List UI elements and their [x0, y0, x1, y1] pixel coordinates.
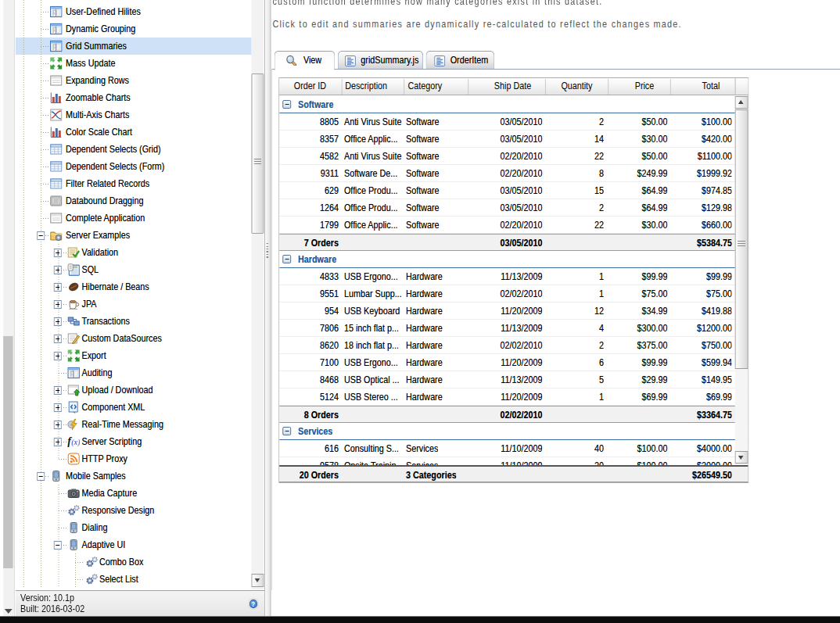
svg-text:(x): (x)	[71, 438, 80, 447]
